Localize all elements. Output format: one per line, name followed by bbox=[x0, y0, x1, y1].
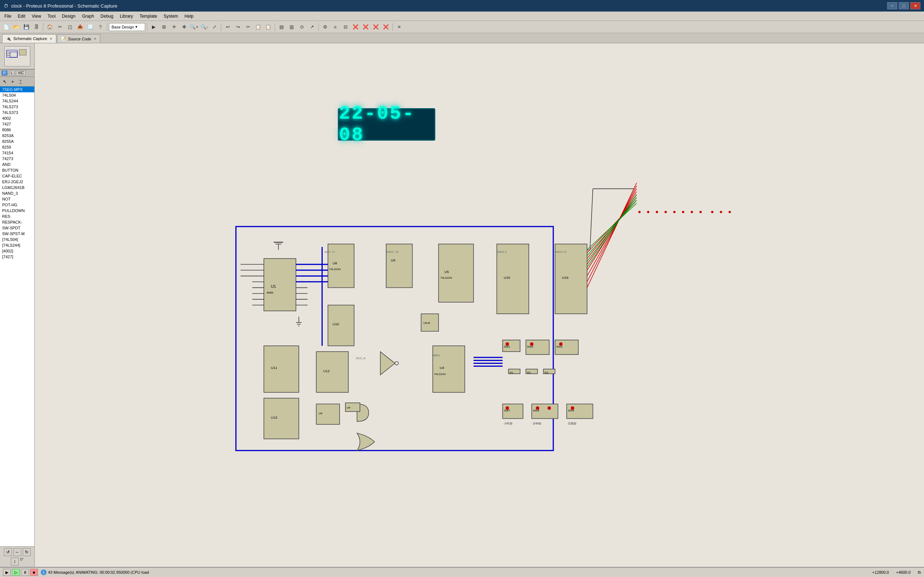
tb-grid[interactable]: ⊞ bbox=[159, 23, 168, 32]
tb-debug2[interactable]: ❌ bbox=[381, 23, 391, 32]
tb-cut[interactable]: ✂ bbox=[55, 23, 65, 32]
tab-schematic-close[interactable]: ✕ bbox=[50, 37, 52, 41]
tb-bom[interactable]: ❌ bbox=[351, 23, 360, 32]
comp-8086[interactable]: 8086 bbox=[0, 127, 34, 133]
menu-template[interactable]: Template bbox=[137, 13, 160, 20]
tb-import[interactable]: 📥 bbox=[76, 23, 85, 32]
tb-comp[interactable]: ❌ bbox=[361, 23, 370, 32]
tb-run[interactable]: ▶ bbox=[149, 23, 158, 32]
comp-pot-hg[interactable]: POT-HG bbox=[0, 202, 34, 208]
tb-print[interactable]: 🏠 bbox=[45, 23, 55, 32]
comp-sw-spst[interactable]: SW-SPST-M bbox=[0, 231, 34, 237]
tb-cut2[interactable]: ✂ bbox=[243, 23, 253, 32]
tb-origin[interactable]: ✛ bbox=[169, 23, 179, 32]
btn-pause[interactable]: ⏸ bbox=[21, 569, 29, 576]
tab-source-close[interactable]: ✕ bbox=[94, 37, 96, 41]
comp-74ls04-inst[interactable]: [74LS04] bbox=[0, 237, 34, 242]
menu-tool[interactable]: Tool bbox=[45, 13, 58, 20]
comp-74ls373[interactable]: 74LS373 bbox=[0, 110, 34, 115]
rotate-cw[interactable]: ↻ bbox=[23, 548, 31, 556]
comp-button[interactable]: BUTTON bbox=[0, 167, 34, 173]
tb-save-all[interactable]: 🗄 bbox=[32, 23, 41, 32]
tb-route[interactable]: ⊙ bbox=[297, 23, 307, 32]
tb-block2[interactable]: ▥ bbox=[287, 23, 296, 32]
comp-4002-inst[interactable]: [4002] bbox=[0, 248, 34, 254]
comp-4002[interactable]: 4002 bbox=[0, 115, 34, 121]
tb-auto[interactable]: ↗ bbox=[307, 23, 317, 32]
tb-anot[interactable]: ⍟ bbox=[331, 23, 340, 32]
component-list[interactable]: 7SEG-MPX 74LS04 74LS244 74LS273 74LS373 … bbox=[0, 87, 34, 546]
tb-open[interactable]: 📂 bbox=[11, 23, 21, 32]
flip-h[interactable]: ↔ bbox=[13, 548, 21, 556]
tb-prop[interactable]: ⚙ bbox=[320, 23, 330, 32]
tb-paste[interactable]: 📋 bbox=[263, 23, 273, 32]
tb-zoom-fit[interactable]: ⤢ bbox=[210, 23, 219, 32]
comp-8259[interactable]: 8259 bbox=[0, 144, 34, 150]
maximize-button[interactable]: □ bbox=[899, 2, 909, 10]
menu-library[interactable]: Library bbox=[117, 13, 136, 20]
close-button[interactable]: ✕ bbox=[910, 2, 921, 10]
tb-misc[interactable]: ≡ bbox=[394, 23, 404, 32]
comp-8255a[interactable]: 8255A bbox=[0, 139, 34, 144]
rotate-ccw[interactable]: ↺ bbox=[4, 548, 12, 556]
crosshair-icon[interactable]: + bbox=[9, 77, 16, 85]
menu-help[interactable]: Help bbox=[181, 13, 196, 20]
tb-redo[interactable]: ↪ bbox=[233, 23, 242, 32]
cursor-icon[interactable]: ↖ bbox=[1, 77, 9, 85]
menu-design[interactable]: Design bbox=[59, 13, 78, 20]
tb-sim[interactable]: ❌ bbox=[371, 23, 380, 32]
btn-animate[interactable]: ▷ bbox=[12, 569, 20, 576]
tb-move[interactable]: ✥ bbox=[179, 23, 189, 32]
mode-btn-vic[interactable]: VIC bbox=[16, 70, 26, 76]
comp-pulldown[interactable]: PULLDOWN bbox=[0, 208, 34, 213]
comp-8253a[interactable]: 8253A bbox=[0, 133, 34, 139]
tb-block[interactable]: ▤ bbox=[277, 23, 286, 32]
menu-edit[interactable]: Edit bbox=[15, 13, 28, 20]
tab-schematic[interactable]: 🔌 Schematic Capture ✕ bbox=[2, 34, 56, 43]
menu-view[interactable]: View bbox=[29, 13, 44, 20]
menu-graph[interactable]: Graph bbox=[79, 13, 97, 20]
tb-zoom-out[interactable]: 🔍- bbox=[200, 23, 209, 32]
tb-copy2[interactable]: 📋 bbox=[254, 23, 263, 32]
menu-debug[interactable]: Debug bbox=[98, 13, 116, 20]
menu-file[interactable]: File bbox=[2, 13, 14, 20]
comp-erj[interactable]: ERJ-2GEJ2 bbox=[0, 179, 34, 185]
comp-74ls273[interactable]: 74LS273 bbox=[0, 104, 34, 110]
tb-copy[interactable]: ◫ bbox=[65, 23, 75, 32]
tb-design-dropdown[interactable]: Base Design ▾ bbox=[109, 23, 145, 31]
comp-respack[interactable]: RESPACK- bbox=[0, 219, 34, 225]
tab-source[interactable]: 📝 Source Code ✕ bbox=[57, 34, 100, 43]
tb-netlist[interactable]: ⊟ bbox=[341, 23, 350, 32]
comp-74ls244-inst[interactable]: [74LS244] bbox=[0, 242, 34, 248]
wire-icon[interactable]: ⌶ bbox=[16, 77, 24, 85]
mode-btn-l[interactable]: L bbox=[9, 70, 15, 76]
comp-cap-elec[interactable]: CAP-ELEC bbox=[0, 173, 34, 179]
tb-save[interactable]: 💾 bbox=[22, 23, 31, 32]
comp-lgm[interactable]: LGM12641B bbox=[0, 185, 34, 190]
comp-74ls244[interactable]: 74LS244 bbox=[0, 98, 34, 104]
tb-new[interactable]: 📄 bbox=[2, 23, 11, 32]
comp-and[interactable]: AND bbox=[0, 161, 34, 167]
svg-rect-125 bbox=[264, 398, 299, 439]
comp-74154[interactable]: 74154 bbox=[0, 150, 34, 156]
comp-res[interactable]: RES bbox=[0, 213, 34, 219]
menu-system[interactable]: System bbox=[161, 13, 181, 20]
comp-7427-inst[interactable]: [7427] bbox=[0, 254, 34, 259]
comp-74ls04[interactable]: 74LS04 bbox=[0, 92, 34, 98]
comp-nand3[interactable]: NAND_3 bbox=[0, 190, 34, 196]
btn-stop[interactable]: ■ bbox=[30, 569, 38, 576]
tb-help[interactable]: ? bbox=[96, 23, 105, 32]
minimize-button[interactable]: ─ bbox=[887, 2, 897, 10]
comp-74273[interactable]: 74273 bbox=[0, 156, 34, 161]
comp-not[interactable]: NOT bbox=[0, 196, 34, 202]
flip-v[interactable]: ↕ bbox=[11, 558, 19, 566]
tb-script[interactable]: 📃 bbox=[86, 23, 95, 32]
mode-btn-p[interactable]: P bbox=[2, 70, 8, 76]
comp-7427[interactable]: 7427 bbox=[0, 121, 34, 127]
canvas-area[interactable]: 22-05-08 U1 8086 bbox=[35, 43, 924, 567]
comp-sw-spdt[interactable]: SW-SPDT bbox=[0, 225, 34, 231]
tb-zoom-in[interactable]: 🔍+ bbox=[189, 23, 199, 32]
comp-7seg-mpx[interactable]: 7SEG-MPX bbox=[0, 87, 34, 92]
tb-undo[interactable]: ↩ bbox=[223, 23, 233, 32]
btn-play[interactable]: ▶ bbox=[3, 569, 11, 576]
